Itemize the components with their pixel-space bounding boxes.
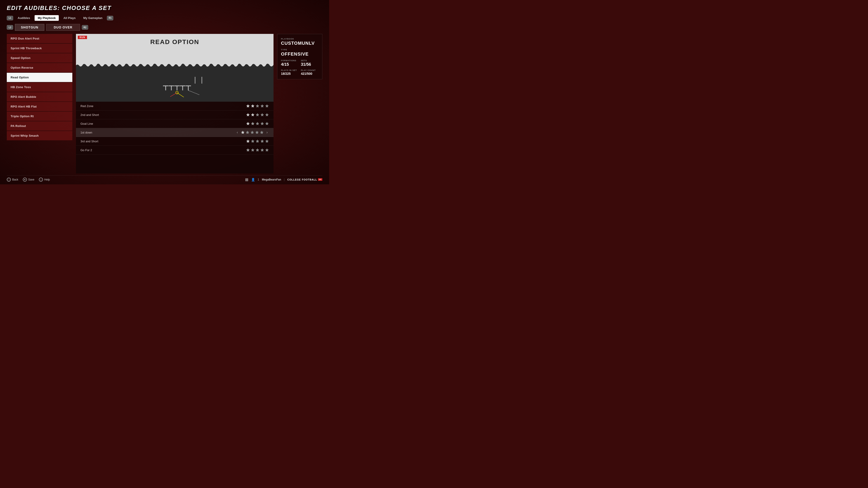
svg-line-12 — [170, 93, 177, 97]
help-label: Help — [44, 178, 50, 181]
help-icon: △ — [39, 177, 43, 182]
play-item-7[interactable]: RPO Alert HB Flat — [7, 102, 72, 111]
play-item-5[interactable]: HB Zone Toss — [7, 83, 72, 92]
play-item-10[interactable]: Sprint Whip Smash — [7, 131, 72, 140]
formations-value: 4/15 — [281, 62, 299, 67]
back-button[interactable]: ◯ Back — [7, 177, 18, 182]
play-item-9[interactable]: PA Rollout — [7, 121, 72, 131]
rating-label-goalline: Goal Line — [81, 122, 93, 125]
bottom-right: ▩ 👤 1 MegaBearsFan | COLLEGE FOOTBALL 25 — [245, 177, 322, 182]
formations-item: FORMATIONS 4/15 — [281, 59, 299, 67]
s4 — [260, 113, 264, 117]
t3 — [255, 139, 259, 143]
s1 — [246, 113, 250, 117]
g3 — [255, 122, 259, 126]
stars-gofor2 — [246, 148, 269, 152]
f3 — [255, 148, 259, 152]
arrow-left-1stdown[interactable]: ‹ — [235, 130, 239, 134]
bottom-controls: ◯ Back ■ Save △ Help — [7, 177, 50, 182]
plays-label: PLAYS IN SET — [281, 69, 299, 71]
formation-row: L2 SHOTGUN DUO OVER R2 — [7, 24, 322, 31]
page-title: Edit Audibles: Choose a Set — [7, 4, 322, 11]
play-item-4[interactable]: Read Option — [7, 73, 72, 82]
type-value: OFFENSIVE — [281, 52, 318, 57]
t1 — [246, 139, 250, 143]
rating-row-redzone: Red Zone — [76, 102, 274, 110]
save-label: Save — [28, 178, 34, 181]
diagram-field — [76, 67, 274, 102]
stars-3rdshort — [246, 139, 269, 143]
rating-label-1stdown: 1st down — [81, 131, 92, 134]
d3 — [250, 130, 254, 134]
t5 — [265, 139, 269, 143]
g4 — [260, 122, 264, 126]
d2 — [246, 130, 250, 134]
tab-all-plays[interactable]: All Plays — [60, 15, 79, 21]
play-item-3[interactable]: Option Reverse — [7, 63, 72, 72]
tabs-row: L1 Audibles My Playbook All Plays My Gam… — [7, 15, 322, 21]
formation-set[interactable]: DUO OVER — [46, 24, 80, 31]
play-list: RPO Duo Alert Post Sprint HB Throwback S… — [7, 34, 72, 173]
tab-my-gameplan[interactable]: My Gameplan — [80, 15, 106, 21]
bottom-bar: ◯ Back ■ Save △ Help ▩ 👤 1 MegaBearsFan … — [7, 175, 322, 182]
d5 — [260, 130, 264, 134]
arrow-right-1stdown[interactable]: › — [265, 130, 269, 134]
s2 — [251, 113, 255, 117]
t4 — [260, 139, 264, 143]
tab-my-playbook[interactable]: My Playbook — [35, 15, 59, 21]
bumper-r2: R2 — [82, 25, 88, 30]
star-4 — [260, 104, 264, 108]
type-label: TYPE — [281, 48, 318, 51]
svg-line-15 — [188, 90, 199, 95]
g5 — [265, 122, 269, 126]
rating-stars-1stdown: ‹ › — [235, 130, 269, 134]
svg-line-11 — [177, 93, 184, 97]
formation-name[interactable]: SHOTGUN — [15, 24, 44, 31]
play-item-1[interactable]: Sprint HB Throwback — [7, 43, 72, 53]
bumper-l2: L2 — [7, 25, 13, 30]
s5 — [265, 113, 269, 117]
stars-2ndshort — [246, 113, 269, 117]
back-icon: ◯ — [7, 177, 11, 182]
player-count: 1 — [258, 178, 259, 181]
d4 — [255, 130, 259, 134]
player-name: MegaBearsFan — [262, 178, 281, 181]
star-1 — [246, 104, 250, 108]
game-logo: COLLEGE FOOTBALL 25 — [287, 178, 322, 181]
sets-label: SETS — [301, 59, 318, 62]
rating-label-2ndshort: 2nd and Short — [81, 113, 99, 117]
run-badge: RUN — [78, 36, 87, 39]
center-panel: RUN READ OPTION — [76, 34, 274, 173]
playcount-item: PLAY COUNT 421/500 — [301, 69, 318, 75]
back-label: Back — [12, 178, 18, 181]
t2 — [251, 139, 255, 143]
rating-label-3rdshort: 3rd and Short — [81, 140, 98, 143]
f4 — [260, 148, 264, 152]
plays-item: PLAYS IN SET 18/225 — [281, 69, 299, 75]
stars-1stdown — [241, 130, 264, 134]
play-item-8[interactable]: Triple Option Rt — [7, 111, 72, 121]
save-button[interactable]: ■ Save — [23, 177, 34, 182]
game-num-badge: 25 — [318, 178, 322, 181]
rating-row-goalline: Goal Line — [76, 119, 274, 128]
separator: | — [284, 178, 285, 181]
play-item-0[interactable]: RPO Duo Alert Post — [7, 34, 72, 43]
playcount-label: PLAY COUNT — [301, 69, 318, 71]
torn-edge-svg — [76, 63, 274, 68]
s3 — [255, 113, 259, 117]
game-name: COLLEGE FOOTBALL — [287, 178, 317, 181]
play-title: READ OPTION — [150, 38, 199, 46]
g2 — [251, 122, 255, 126]
playcount-value: 421/500 — [301, 72, 318, 75]
play-item-6[interactable]: RPO Alert Bubble — [7, 92, 72, 101]
play-item-2[interactable]: Speed Option — [7, 53, 72, 63]
info-panel: PLAYBOOK CUSTOMUNLV TYPE OFFENSIVE FORMA… — [277, 34, 322, 79]
rating-label-gofor2: Go For 2 — [81, 149, 92, 152]
help-button[interactable]: △ Help — [39, 177, 50, 182]
tab-audibles[interactable]: Audibles — [14, 15, 33, 21]
d1 — [241, 130, 245, 134]
stars-redzone — [246, 104, 269, 108]
stars-goalline — [246, 122, 269, 126]
ratings-table: Red Zone 2nd and Short — [76, 102, 274, 173]
star-5 — [265, 104, 269, 108]
